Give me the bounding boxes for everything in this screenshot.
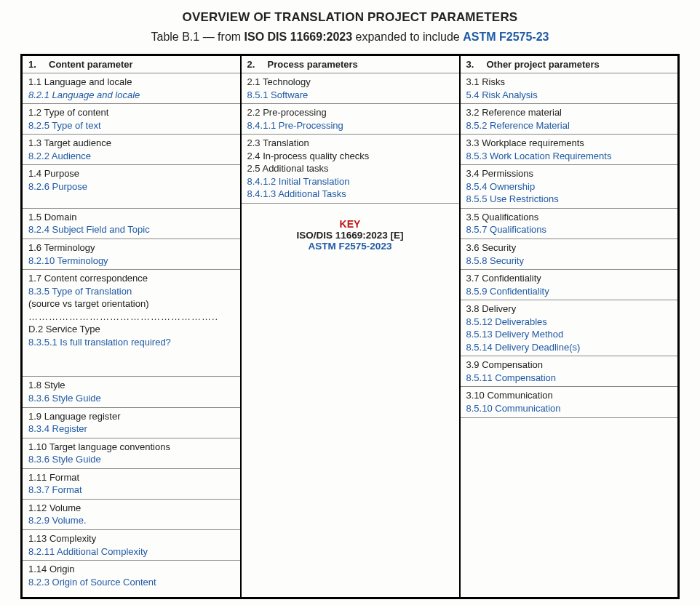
astm-text: 5.4 Risk Analysis <box>466 89 672 102</box>
col2-header: 2.Process parameters <box>242 56 459 73</box>
iso-text: 3.2 Reference material <box>466 106 672 119</box>
astm-text: 8.5.8 Security <box>466 255 672 268</box>
astm-text: 8.4.1.2 Initial Translation <box>247 175 453 188</box>
c3-r8: 3.8 Delivery 8.5.12 Deliverables 8.5.13 … <box>461 300 678 356</box>
iso-text: 3.3 Workplace requirements <box>466 137 672 150</box>
col3-num: 3. <box>466 59 487 70</box>
iso-text: 1.8 Style <box>28 379 234 392</box>
astm-text: 8.5.13 Delivery Method <box>466 328 672 341</box>
iso-text: 1.14 Origin <box>28 563 234 576</box>
iso-text: 3.8 Delivery <box>466 302 672 316</box>
astm-text: 8.5.12 Deliverables <box>466 316 672 329</box>
c1-r4: 1.4 Purpose 8.2.6 Purpose <box>23 165 240 209</box>
astm-text: 8.5.14 Delivery Deadline(s) <box>466 341 672 354</box>
astm-text: 8.2.6 Purpose <box>28 180 234 193</box>
c1-r7: 1.7 Content correspondence 8.3.5 Type of… <box>23 270 240 377</box>
column-process-parameters: 2.Process parameters 2.1 Technology 8.5.… <box>241 55 460 598</box>
table-caption: Table B.1 — from ISO DIS 11669:2023 expa… <box>20 31 680 44</box>
iso-text: 1.6 Terminology <box>28 241 234 255</box>
c1-r2: 1.2 Type of content 8.2.5 Type of text <box>23 104 240 135</box>
c1-r10: 1.10 Target language conventions 8.3.6 S… <box>23 438 240 469</box>
caption-prefix: Table B.1 — from <box>151 31 244 43</box>
column-content-parameter: 1.Content parameter 1.1 Language and loc… <box>22 55 241 598</box>
col1-header: 1.Content parameter <box>23 56 240 73</box>
page-title: OVERVIEW OF TRANSLATION PROJECT PARAMETE… <box>20 10 680 25</box>
iso-text: 3.10 Communication <box>466 389 672 402</box>
parameters-table: 1.Content parameter 1.1 Language and loc… <box>20 54 680 599</box>
iso-text: 1.4 Purpose <box>28 167 234 180</box>
c1-r5: 1.5 Domain 8.2.4 Subject Field and Topic <box>23 209 240 239</box>
blank-line <box>28 361 234 374</box>
astm-text: 8.5.5 Use Restrictions <box>466 193 672 206</box>
legend-key: KEY ISO/DIS 11669:2023 [E] ASTM F2575-20… <box>242 204 459 257</box>
c3-r10: 3.10 Communication 8.5.10 Communication <box>461 387 678 417</box>
dotted-separator: ……………………………………………….. <box>28 310 234 324</box>
iso-text: 1.5 Domain <box>28 211 234 224</box>
c1-r6: 1.6 Terminology 8.2.10 Terminology <box>23 239 240 270</box>
key-title: KEY <box>247 218 453 230</box>
astm-text: 8.3.6 Style Guide <box>28 392 234 405</box>
blank-line <box>28 348 234 361</box>
key-astm-line: ASTM F2575-2023 <box>247 241 453 252</box>
note-text: (source vs target orientation) <box>28 297 234 310</box>
c2-r3: 2.3 Translation 2.4 In-process quality c… <box>242 135 459 204</box>
c3-r4: 3.4 Permissions 8.5.4 Ownership 8.5.5 Us… <box>461 165 678 209</box>
iso-text: 2.1 Technology <box>247 76 453 89</box>
astm-text: 8.5.7 Qualifications <box>466 223 672 236</box>
iso-text: 1.9 Language register <box>28 410 234 423</box>
iso-text: 3.4 Permissions <box>466 167 672 180</box>
astm-text: 8.2.5 Type of text <box>28 119 234 132</box>
col2-label: Process parameters <box>268 59 358 70</box>
iso-text: 2.5 Additional tasks <box>247 162 453 175</box>
iso-text: D.2 Service Type <box>28 323 234 336</box>
astm-text: 8.3.5 Type of Translation <box>28 285 234 298</box>
astm-text: 8.2.10 Terminology <box>28 255 234 268</box>
caption-mid: expanded to include <box>352 31 463 43</box>
col3-label: Other project parameters <box>487 59 600 70</box>
c1-r14: 1.14 Origin 8.2.3 Origin of Source Conte… <box>23 561 240 590</box>
key-iso-line: ISO/DIS 11669:2023 [E] <box>247 230 453 241</box>
c3-r1: 3.1 Risks 5.4 Risk Analysis <box>461 73 678 104</box>
c2-r2: 2.2 Pre-processing 8.4.1.1 Pre-Processin… <box>242 104 459 135</box>
c1-r8: 1.8 Style 8.3.6 Style Guide <box>23 377 240 407</box>
iso-text: 2.2 Pre-processing <box>247 106 453 119</box>
iso-text: 1.11 Format <box>28 471 234 484</box>
iso-text: 1.2 Type of content <box>28 106 234 119</box>
astm-text: 8.3.4 Register <box>28 422 234 436</box>
col1-label: Content parameter <box>49 59 133 70</box>
col1-num: 1. <box>28 59 49 70</box>
iso-text: 1.7 Content correspondence <box>28 272 234 285</box>
astm-text: 8.2.9 Volume. <box>28 514 234 527</box>
c1-r9: 1.9 Language register 8.3.4 Register <box>23 408 240 438</box>
iso-text: 1.3 Target audience <box>28 137 234 150</box>
c3-r5: 3.5 Qualifications 8.5.7 Qualifications <box>461 209 678 239</box>
astm-text: 8.4.1.1 Pre-Processing <box>247 119 453 132</box>
caption-iso: ISO DIS 11669:2023 <box>244 31 353 43</box>
iso-text: 3.9 Compensation <box>466 358 672 372</box>
iso-text: 1.12 Volume <box>28 502 234 515</box>
c2-r1: 2.1 Technology 8.5.1 Software <box>242 73 459 104</box>
caption-astm: ASTM F2575-23 <box>463 31 549 43</box>
iso-text: 3.6 Security <box>466 241 672 255</box>
c3-r6: 3.6 Security 8.5.8 Security <box>461 239 678 270</box>
column-other-parameters: 3.Other project parameters 3.1 Risks 5.4… <box>460 55 679 598</box>
iso-text: 2.4 In-process quality checks <box>247 150 453 163</box>
c3-r2: 3.2 Reference material 8.5.2 Reference M… <box>461 104 678 135</box>
astm-text: 8.5.9 Confidentiality <box>466 285 672 298</box>
astm-text: 8.3.5.1 Is full translation required? <box>28 336 234 349</box>
astm-text: 8.3.7 Format <box>28 484 234 497</box>
c1-r1: 1.1 Language and locale 8.2.1 Language a… <box>23 73 240 104</box>
c1-r12: 1.12 Volume 8.2.9 Volume. <box>23 500 240 530</box>
astm-text: 8.3.6 Style Guide <box>28 453 234 466</box>
astm-text: 8.2.4 Subject Field and Topic <box>28 223 234 236</box>
astm-text: 8.5.3 Work Location Requirements <box>466 150 672 163</box>
astm-text: 8.2.3 Origin of Source Content <box>28 576 234 589</box>
c1-r13: 1.13 Complexity 8.2.11 Additional Comple… <box>23 530 240 561</box>
iso-text: 2.3 Translation <box>247 137 453 150</box>
iso-text: 1.13 Complexity <box>28 532 234 545</box>
c3-r3: 3.3 Workplace requirements 8.5.3 Work Lo… <box>461 135 678 165</box>
c3-blank-tail <box>461 418 678 597</box>
c3-r7: 3.7 Confidentiality 8.5.9 Confidentialit… <box>461 270 678 300</box>
iso-text: 1.1 Language and locale <box>28 76 234 89</box>
blank-line <box>28 193 234 206</box>
